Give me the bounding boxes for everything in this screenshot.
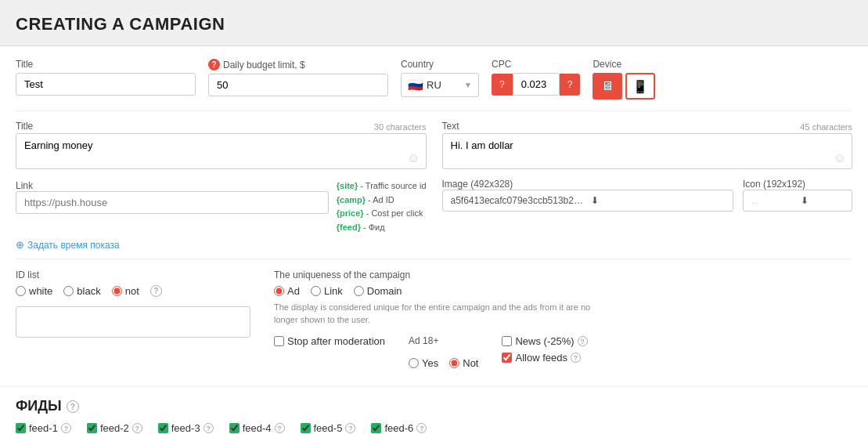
feed-6-checkbox[interactable] (371, 423, 381, 433)
id-list-textarea[interactable] (16, 306, 250, 338)
link-hint-4: {feed} - Фид (337, 221, 427, 235)
main-content: Title ? Daily budget limit, $ Country 🇷🇺… (0, 46, 868, 386)
id-list-black-radio[interactable] (63, 286, 74, 296)
ad18-radio-group: Yes Not (409, 357, 478, 369)
id-list-white-radio[interactable] (16, 286, 26, 296)
divider-2 (16, 259, 852, 259)
creative-title-wrapper: Earning money ☺ (16, 133, 427, 172)
creative-title-textarea[interactable]: Earning money (16, 133, 427, 169)
title-emoji-icon[interactable]: ☺ (407, 151, 420, 165)
uniqueness-radio-group: Ad Link Domain (274, 285, 852, 297)
device-label: Device (592, 59, 655, 70)
uniqueness-domain[interactable]: Domain (354, 285, 402, 297)
creative-left: Title 30 characters Earning money ☺ Link… (16, 121, 427, 251)
country-select[interactable]: 🇷🇺 RU ▼ (401, 73, 479, 97)
page-header: CREATING A CAMPAIGN (0, 0, 868, 46)
feed-5-help-icon[interactable]: ? (345, 423, 355, 433)
feed-3-checkbox[interactable] (158, 423, 168, 433)
moderation-check[interactable]: Stop after moderation (274, 335, 385, 347)
feed-item-5[interactable]: feed-5 ? (301, 422, 356, 434)
feed-4-checkbox[interactable] (229, 423, 240, 433)
news-check[interactable]: News (-25%) ? (502, 335, 587, 347)
cpc-input[interactable] (513, 73, 560, 96)
id-list-help-icon[interactable]: ? (150, 285, 162, 297)
link-hint-1: {site} - Traffic source id (337, 179, 427, 193)
feed-item-6[interactable]: feed-6 ? (371, 422, 427, 434)
feed-item-1[interactable]: feed-1 ? (16, 422, 71, 434)
feed-item-2[interactable]: feed-2 ? (87, 422, 142, 434)
country-arrow-icon: ▼ (464, 81, 472, 89)
feeds-title: ФИДЫ ? (16, 398, 852, 414)
ad18-label: Ad 18+ (409, 335, 478, 346)
image-download-icon[interactable]: ⬇ (591, 195, 725, 206)
feed-5-checkbox[interactable] (301, 423, 311, 433)
link-label: Link (16, 180, 33, 191)
news-help-icon[interactable]: ? (578, 336, 588, 346)
feed-3-help-icon[interactable]: ? (203, 423, 214, 433)
page-title: CREATING A CAMPAIGN (16, 14, 852, 34)
uniqueness-ad-radio[interactable] (274, 286, 284, 296)
id-list-not-radio[interactable] (112, 286, 122, 296)
id-list-black[interactable]: black (63, 285, 100, 297)
budget-input[interactable] (208, 74, 388, 96)
country-label: Country (401, 59, 479, 70)
allow-feeds-check[interactable]: Allow feeds ? (502, 352, 587, 363)
ad18-not-radio[interactable] (449, 358, 459, 368)
creative-text-wrapper: Hi. I am dollar ☺ (442, 133, 853, 172)
uniqueness-ad[interactable]: Ad (274, 285, 300, 297)
text-emoji-icon[interactable]: ☺ (834, 151, 846, 165)
creative-right: Text 45 characters Hi. I am dollar ☺ Ima… (442, 121, 853, 251)
cpc-help-button[interactable]: ? (560, 74, 581, 96)
id-list-section: ID list white black not ? (16, 269, 250, 374)
cpc-group: ? ? (492, 73, 580, 96)
feed-2-help-icon[interactable]: ? (132, 423, 142, 433)
icon-download-icon[interactable]: ⬇ (801, 195, 844, 206)
creative-text-label: Text (442, 121, 459, 132)
ad18-yes[interactable]: Yes (409, 357, 438, 369)
cpc-question-button[interactable]: ? (492, 74, 513, 96)
uniqueness-link[interactable]: Link (311, 285, 343, 297)
divider-1 (16, 110, 852, 111)
title-input[interactable] (16, 73, 196, 96)
allow-feeds-checkbox[interactable] (502, 353, 512, 363)
allow-feeds-help-icon[interactable]: ? (571, 353, 581, 363)
uniqueness-link-radio[interactable] (311, 286, 321, 296)
news-label: News (-25%) (515, 335, 574, 347)
link-input[interactable] (16, 191, 329, 214)
device-group: 🖥 📱 (592, 73, 655, 99)
link-hints: {site} - Traffic source id {camp} - Ad I… (337, 179, 427, 234)
feed-6-help-icon[interactable]: ? (416, 423, 427, 433)
feed-item-3[interactable]: feed-3 ? (158, 422, 214, 434)
device-mobile-button[interactable]: 📱 (625, 73, 655, 99)
feed-4-help-icon[interactable]: ? (275, 423, 285, 433)
link-hint-3: {price} - Cost per click (337, 207, 427, 221)
feeds-grid: feed-1 ? feed-2 ? feed-3 ? feed-4 ? feed… (16, 422, 852, 434)
id-list-white[interactable]: white (16, 285, 52, 297)
uniqueness-domain-radio[interactable] (354, 286, 364, 296)
budget-help-icon[interactable]: ? (208, 59, 220, 71)
feed-1-help-icon[interactable]: ? (61, 423, 71, 433)
uniqueness-section: The uniqueness of the campaign Ad Link D… (274, 269, 852, 374)
image-label: Image (492x328) (442, 179, 513, 190)
title-field-group: Title (16, 59, 196, 96)
feed-1-checkbox[interactable] (16, 423, 26, 433)
title-char-count: 30 characters (374, 122, 427, 132)
feeds-section: ФИДЫ ? feed-1 ? feed-2 ? feed-3 ? feed-4… (0, 386, 868, 434)
moderation-checkbox[interactable] (274, 336, 284, 346)
device-field-group: Device 🖥 📱 (592, 59, 655, 99)
feeds-help-icon[interactable]: ? (67, 400, 79, 413)
ad18-not[interactable]: Not (449, 357, 478, 369)
ad18-yes-radio[interactable] (409, 358, 419, 368)
device-desktop-button[interactable]: 🖥 (592, 73, 622, 99)
feed-4-label: feed-4 (243, 422, 272, 434)
text-char-count: 45 characters (800, 122, 852, 132)
feed-item-4[interactable]: feed-4 ? (229, 422, 285, 434)
creative-text-textarea[interactable]: Hi. I am dollar (442, 133, 853, 169)
link-input-wrap: Link (16, 179, 329, 234)
image-icon-row: Image (492x328) a5f6413ecafc079e3ccb513b… (442, 178, 853, 212)
time-link[interactable]: Задать время показа (16, 239, 427, 251)
id-list-not[interactable]: not (112, 285, 139, 297)
icon-filename: ... (751, 196, 794, 205)
feed-2-checkbox[interactable] (87, 423, 97, 433)
news-checkbox[interactable] (502, 336, 512, 346)
